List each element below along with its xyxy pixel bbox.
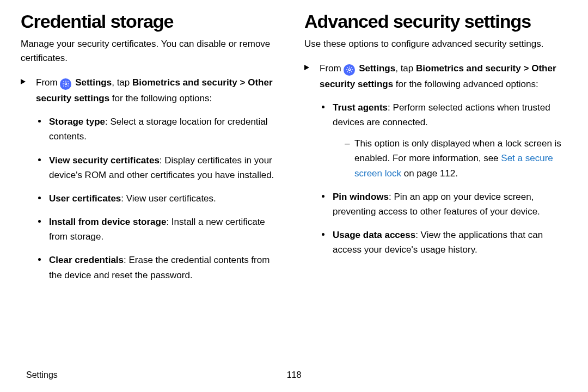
step-left: From Settings, tap Biometrics and securi…: [21, 75, 283, 107]
column-advanced-security: Advanced security settings Use these opt…: [304, 12, 566, 366]
settings-gear-icon: [60, 78, 71, 90]
svg-point-1: [348, 69, 351, 71]
svg-point-0: [65, 83, 67, 85]
play-icon: [304, 65, 309, 70]
column-credential-storage: Credential storage Manage your security …: [21, 12, 283, 366]
footer-section-label: Settings: [26, 370, 58, 380]
intro-credential-storage: Manage your security certificates. You c…: [21, 37, 283, 66]
heading-advanced-security: Advanced security settings: [304, 12, 566, 32]
page-number: 118: [287, 370, 302, 380]
play-icon: [21, 79, 26, 84]
step-text: From Settings, tap Biometrics and securi…: [320, 63, 556, 89]
list-item: Usage data access: View the applications…: [322, 228, 566, 257]
heading-credential-storage: Credential storage: [21, 12, 283, 32]
sub-list: This option is only displayed when a loc…: [333, 136, 566, 181]
list-item: Pin windows: Pin an app on your device s…: [322, 189, 566, 219]
settings-gear-icon: [344, 64, 355, 76]
step-right: From Settings, tap Biometrics and securi…: [304, 61, 566, 93]
options-list-left: Storage type: Select a storage location …: [21, 114, 283, 283]
list-item: Storage type: Select a storage location …: [38, 114, 283, 144]
list-item: Trust agents: Perform selected actions w…: [322, 100, 566, 181]
list-item: Clear credentials: Erase the credential …: [38, 253, 283, 282]
list-item: View security certificates: Display cert…: [38, 153, 283, 182]
intro-advanced-security: Use these options to configure advanced …: [304, 37, 566, 51]
options-list-right: Trust agents: Perform selected actions w…: [304, 100, 566, 258]
list-item: User certificates: View user certificate…: [38, 191, 283, 206]
step-text: From Settings, tap Biometrics and securi…: [36, 77, 273, 103]
sub-list-item: This option is only displayed when a loc…: [345, 136, 566, 181]
list-item: Install from device storage: Install a n…: [38, 215, 283, 244]
